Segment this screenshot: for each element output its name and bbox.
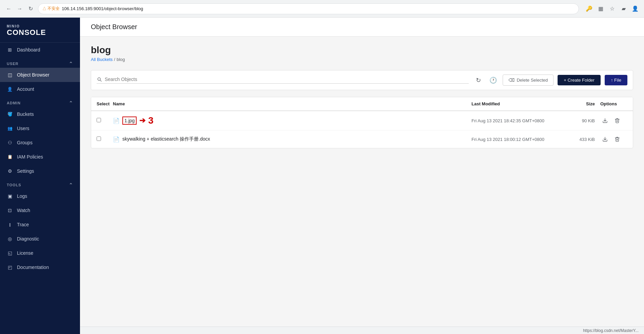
download-button-2[interactable]	[600, 134, 610, 144]
page-title: Object Browser	[91, 23, 633, 31]
col-options: Options	[600, 101, 627, 106]
delete-button-1[interactable]	[612, 116, 622, 125]
forward-button[interactable]: →	[15, 4, 24, 14]
sidebar-label-watch: Watch	[17, 208, 30, 213]
account-icon	[7, 86, 13, 92]
row-checkbox-1[interactable]	[97, 118, 101, 122]
last-modified-1: Fri Aug 13 2021 18:42:35 GMT+0800	[471, 118, 560, 123]
logo: MINIO CONSOLE	[7, 24, 73, 37]
user-section-toggle[interactable]: ⌃	[69, 61, 73, 66]
logo-console: CONSOLE	[7, 28, 73, 37]
sidebar-item-account[interactable]: Account	[0, 82, 80, 96]
history-button[interactable]: 🕐	[488, 75, 499, 86]
red-arrow-annotation: ➔	[139, 116, 145, 125]
admin-section-label: ADMIN	[7, 101, 21, 105]
trace-icon	[7, 222, 13, 228]
size-1: 90 KiB	[560, 118, 600, 123]
refresh-button[interactable]: ↻	[473, 75, 484, 86]
address-bar[interactable]: △ 不安全 106.14.156.185:9001/object-browser…	[38, 3, 579, 14]
row-checkbox-2[interactable]	[97, 137, 101, 141]
status-url-hint: https://blog.csdn.net/MasterY...	[583, 328, 639, 333]
sidebar-item-trace[interactable]: Trace	[0, 217, 80, 232]
download-button-1[interactable]	[600, 116, 610, 125]
translate-icon[interactable]: ▦	[596, 4, 605, 14]
sidebar-item-license[interactable]: License	[0, 246, 80, 260]
sidebar-item-settings[interactable]: Settings	[0, 164, 80, 178]
create-folder-button[interactable]: + Create Folder	[558, 75, 601, 85]
back-button[interactable]: ←	[4, 4, 14, 14]
file-name-1: 1.jpg	[124, 118, 135, 123]
browser-chrome: ← → ↻ △ 不安全 106.14.156.185:9001/object-b…	[0, 0, 644, 18]
license-icon	[7, 250, 13, 256]
sidebar-label-diagnostic: Diagnostic	[17, 236, 39, 242]
dashboard-icon	[7, 47, 13, 53]
sidebar-label-license: License	[17, 250, 33, 256]
extensions-icon[interactable]: ▰	[619, 4, 628, 14]
sidebar-item-watch[interactable]: Watch	[0, 203, 80, 217]
sidebar-label-settings: Settings	[17, 168, 34, 174]
content-area: blog All Buckets / blog ↻ 🕐 ⌫ Delete	[80, 37, 644, 327]
sidebar-label-dashboard: Dashboard	[17, 47, 40, 53]
upload-button[interactable]: ↑ File	[605, 75, 627, 85]
reload-button[interactable]: ↻	[26, 4, 35, 14]
user-section-header: USER ⌃	[0, 57, 80, 68]
groups-icon	[7, 140, 13, 146]
file-icon-2: 📄	[113, 136, 120, 143]
sidebar-item-users[interactable]: Users	[0, 121, 80, 135]
delete-icon: ⌫	[508, 78, 515, 83]
download-icon-1	[602, 118, 608, 123]
logs-icon	[7, 193, 13, 199]
breadcrumb-separator: /	[114, 57, 115, 62]
red-number-annotation: 3	[148, 115, 154, 126]
size-2: 433 KiB	[560, 137, 600, 142]
col-size: Size	[560, 101, 600, 106]
sidebar-label-docs: Documentation	[17, 265, 49, 270]
profile-icon[interactable]: 👤	[630, 4, 640, 14]
warning-text: 不安全	[47, 6, 60, 11]
main-content: Object Browser blog All Buckets / blog ↻…	[80, 18, 644, 334]
sidebar-item-buckets[interactable]: Buckets	[0, 107, 80, 121]
docs-icon	[7, 264, 13, 270]
create-folder-label: + Create Folder	[564, 78, 595, 83]
status-bar: https://blog.csdn.net/MasterY...	[80, 327, 644, 334]
object-browser-icon	[7, 72, 13, 78]
page-header: Object Browser	[80, 18, 644, 37]
sidebar: MINIO CONSOLE Dashboard USER ⌃ Object Br…	[0, 18, 80, 334]
table-header: Select Name Last Modified Size Options	[91, 97, 633, 111]
sidebar-item-iam[interactable]: IAM Policies	[0, 150, 80, 164]
delete-icon-2	[615, 137, 620, 142]
search-input[interactable]	[105, 77, 469, 82]
download-icon-2	[602, 137, 608, 142]
file-name-cell-2: 📄 skywalking + elasticsearch 操作手册.docx	[113, 136, 471, 143]
sidebar-item-docs[interactable]: Documentation	[0, 260, 80, 274]
settings-icon	[7, 168, 13, 174]
sidebar-item-diagnostic[interactable]: Diagnostic	[0, 232, 80, 246]
sidebar-label-users: Users	[17, 126, 29, 131]
bookmark-icon[interactable]: ☆	[607, 4, 617, 14]
breadcrumb-all-buckets[interactable]: All Buckets	[91, 57, 113, 62]
iam-icon	[7, 154, 13, 160]
password-icon[interactable]: 🔑	[584, 4, 594, 14]
search-icon	[97, 77, 102, 82]
sidebar-item-object-browser[interactable]: Object Browser	[0, 68, 80, 82]
app-container: MINIO CONSOLE Dashboard USER ⌃ Object Br…	[0, 18, 644, 334]
search-container	[97, 77, 469, 84]
sidebar-item-dashboard[interactable]: Dashboard	[0, 43, 80, 57]
table-row: 📄 1.jpg ➔ 3 Fri Aug 13 2021 18:42:35 GMT…	[91, 111, 633, 130]
sidebar-label-groups: Groups	[17, 140, 33, 145]
file-name-cell-1: 📄 1.jpg ➔ 3	[113, 115, 471, 126]
col-select: Select	[97, 101, 113, 106]
delete-button-2[interactable]	[612, 134, 622, 144]
file-name-2: skywalking + elasticsearch 操作手册.docx	[122, 136, 210, 142]
sidebar-item-groups[interactable]: Groups	[0, 135, 80, 150]
delete-selected-button[interactable]: ⌫ Delete Selected	[503, 75, 554, 86]
buckets-icon	[7, 111, 13, 117]
logo-minio: MINIO	[7, 24, 73, 28]
tools-section-toggle[interactable]: ⌃	[69, 182, 73, 188]
options-2	[600, 134, 627, 144]
diagnostic-icon	[7, 236, 13, 242]
admin-section-toggle[interactable]: ⌃	[69, 100, 73, 106]
nav-buttons: ← → ↻	[4, 4, 35, 14]
sidebar-item-logs[interactable]: Logs	[0, 189, 80, 203]
security-warning: △ 不安全	[42, 6, 60, 12]
